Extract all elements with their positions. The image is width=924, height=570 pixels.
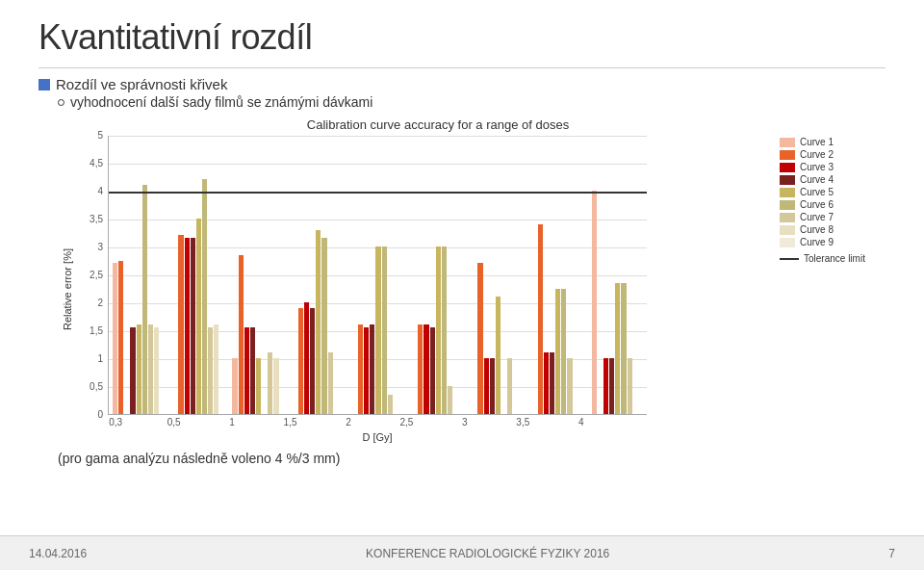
- bar-group: [228, 255, 288, 414]
- bar-curve-3: [244, 327, 249, 414]
- bar-curve-5: [615, 283, 620, 414]
- grid-line: [109, 415, 647, 416]
- bar-group: [109, 185, 168, 414]
- bar-curve-4: [191, 238, 195, 414]
- x-axis-title: D [Gy]: [108, 431, 647, 443]
- legend-label-2: Curve 2: [800, 149, 834, 160]
- legend-color-3: [780, 163, 795, 172]
- bar-curve-2: [358, 324, 363, 414]
- bar-curve-2: [298, 308, 303, 414]
- bar-curve-8: [154, 327, 159, 414]
- bottom-note: (pro gama analýzu následně voleno 4 %/3 …: [38, 451, 886, 466]
- bar-curve-5: [436, 246, 441, 414]
- legend-color-5: [780, 188, 795, 197]
- bar-curve-1: [592, 191, 597, 414]
- bar-curve-6: [142, 185, 147, 414]
- footer-conference: KONFERENCE RADIOLOGICKÉ FYZIKY 2016: [366, 547, 609, 560]
- bar-curve-3: [424, 324, 428, 414]
- bar-curve-5: [375, 246, 380, 414]
- x-label: 2: [320, 415, 377, 429]
- x-label: 3,5: [494, 415, 552, 429]
- legend-color-8: [780, 225, 795, 235]
- y-tick-label: 0,5: [76, 381, 103, 392]
- bar-curve-4: [550, 352, 554, 414]
- legend-color-9: [780, 238, 795, 247]
- legend-item-5: Curve 5: [780, 187, 886, 197]
- subtitle-line: Rozdíl ve správnosti křivek: [38, 76, 886, 92]
- y-tick-label: 2,5: [76, 270, 103, 280]
- legend-label-9: Curve 9: [800, 237, 834, 247]
- legend-tolerance: Tolerance limit: [780, 253, 886, 264]
- grid-line: [109, 136, 647, 137]
- legend-item-9: Curve 9: [780, 237, 886, 247]
- bar-group: [168, 179, 228, 414]
- bar-curve-4: [490, 358, 495, 414]
- bar-curve-6: [321, 238, 326, 414]
- bar-curve-3: [603, 358, 608, 414]
- bar-curve-3: [364, 327, 369, 414]
- bar-curve-1: [113, 263, 117, 414]
- bar-group: [528, 224, 588, 414]
- y-axis-label: Relative error [%]: [58, 136, 77, 443]
- bar-curve-2: [239, 255, 244, 414]
- bar-curve-6: [621, 283, 626, 414]
- x-label: 4: [552, 415, 610, 429]
- footer-page: 7: [888, 547, 895, 560]
- bar-curve-8: [214, 324, 218, 414]
- bar-curve-3: [185, 238, 190, 414]
- title-divider: [38, 67, 886, 68]
- bar-curve-7: [628, 358, 632, 414]
- bar-curve-7: [328, 352, 333, 414]
- bar-curve-6: [202, 179, 207, 414]
- bar-curve-4: [310, 308, 315, 414]
- bar-curve-5: [137, 324, 141, 414]
- bar-curve-7: [388, 395, 393, 414]
- bar-curve-5: [316, 230, 321, 414]
- bar-curve-2: [418, 324, 423, 414]
- legend-item-8: Curve 8: [780, 224, 886, 235]
- legend-label-1: Curve 1: [800, 137, 834, 147]
- footer-date: 14.04.2016: [29, 547, 87, 560]
- x-label: 2,5: [377, 415, 435, 429]
- y-tick-label: 4: [76, 186, 103, 196]
- bar-curve-6: [442, 246, 447, 414]
- chart-title: Calibration curve accuracy for a range o…: [106, 117, 770, 132]
- chart-area: 00,511,522,533,544,55: [108, 136, 647, 415]
- bar-curve-2: [538, 224, 543, 414]
- bar-curve-1: [232, 358, 237, 414]
- bar-curve-7: [148, 324, 153, 414]
- chart-wrapper: Calibration curve accuracy for a range o…: [58, 117, 770, 443]
- tolerance-line: [109, 192, 647, 194]
- legend-item-1: Curve 1: [780, 137, 886, 147]
- legend-color-7: [780, 213, 795, 222]
- bar-curve-4: [430, 327, 435, 414]
- subtitle-text: Rozdíl ve správnosti křivek: [56, 76, 227, 92]
- legend-item-2: Curve 2: [780, 149, 886, 160]
- legend-label-7: Curve 7: [800, 212, 834, 222]
- y-tick-label: 1: [76, 353, 103, 364]
- legend-color-4: [780, 175, 795, 185]
- bar-curve-2: [118, 261, 123, 415]
- bar-group: [289, 230, 348, 414]
- legend-label-4: Curve 4: [800, 174, 834, 185]
- y-tick-label: 1,5: [76, 325, 103, 336]
- legend-tolerance-line: [780, 258, 799, 260]
- legend-item-3: Curve 3: [780, 162, 886, 172]
- bar-curve-3: [304, 302, 309, 414]
- bar-curve-6: [382, 246, 387, 414]
- x-label: 1: [203, 415, 261, 429]
- bar-curve-4: [250, 327, 255, 414]
- legend-tolerance-label: Tolerance limit: [804, 253, 865, 264]
- x-axis: 0,30,511,522,533,54: [79, 415, 618, 429]
- bar-curve-4: [130, 327, 135, 414]
- y-tick-label: 2: [76, 298, 103, 308]
- grid-line: [109, 164, 647, 165]
- main-content: Kvantitativní rozdíl Rozdíl ve správnost…: [0, 0, 924, 466]
- legend-label-6: Curve 6: [800, 199, 834, 210]
- y-tick-label: 4,5: [76, 158, 103, 168]
- legend-label-5: Curve 5: [800, 187, 834, 197]
- x-label: 0,5: [144, 415, 202, 429]
- bar-group: [408, 246, 468, 414]
- legend: Curve 1Curve 2Curve 3Curve 4Curve 5Curve…: [770, 117, 886, 443]
- bar-group: [588, 191, 648, 414]
